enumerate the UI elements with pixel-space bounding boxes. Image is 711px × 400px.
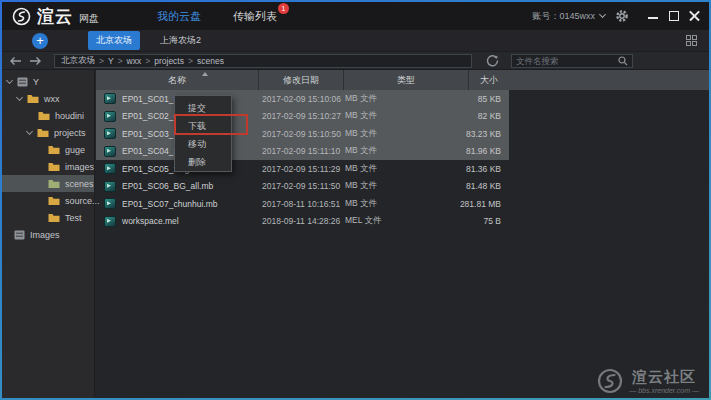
breadcrumb-separator: > [118,56,123,66]
chevron-expanded-icon[interactable] [16,93,23,100]
file-type: MB 文件 [343,145,399,157]
drive-icon [14,230,25,240]
maximize-button[interactable] [668,10,680,22]
folder-icon [38,111,50,121]
maya-file-icon [104,111,116,122]
column-header-size[interactable]: 大小 [468,70,509,90]
file-name: EP01_SC06_BG_all.mb [122,181,213,191]
column-header-type[interactable]: 类型 [343,70,468,90]
table-row[interactable]: EP01_SC04_xia.m 2017-02-09 15:11:10 MB 文… [96,143,509,161]
chevron-expanded-icon[interactable] [6,76,13,83]
navigation-bar: 北京农场 > Y > wxx > projects > scenes [2,52,709,70]
file-size: 81.96 KB [399,146,509,156]
close-button[interactable] [689,10,701,22]
file-table-body: EP01_SC01_kaola 2017-02-09 15:10:06 MB 文… [96,90,509,230]
breadcrumb-segment[interactable]: wxx [127,56,142,66]
tree-item-label: wxx [44,94,60,104]
forward-arrow-icon[interactable] [29,56,42,66]
folder-icon [48,196,60,206]
tree-item-houdini[interactable]: houdini [2,107,94,124]
file-name: workspace.mel [122,216,179,226]
folder-open-icon [48,179,60,189]
file-type: MB 文件 [343,110,399,122]
maya-file-icon [104,146,116,157]
tree-item-projects[interactable]: projects [2,124,94,141]
search-icon[interactable] [618,56,628,66]
menu-item-delete[interactable]: 删除 [175,153,231,171]
community-watermark: 渲云社区 — bbs.xrender.com — [597,368,699,394]
menu-item-submit[interactable]: 提交 [175,99,231,117]
tab-transfer-list[interactable]: 传输列表 1 [233,9,277,24]
column-header-name[interactable]: 名称 [96,70,258,90]
title-right: 账号：0145wxx [532,9,701,23]
tab-my-cloud-disk[interactable]: 我的云盘 [157,9,201,24]
maya-file-icon [104,163,116,174]
tree-item-label: Y [33,77,39,87]
menu-item-download[interactable]: 下载 [175,117,231,135]
tree-item-images[interactable]: images [2,158,94,175]
refresh-icon[interactable] [486,54,499,67]
settings-gear-icon[interactable] [615,9,629,23]
sort-ascending-icon [202,72,208,76]
file-size: 85 KB [399,94,509,104]
context-menu: 提交 下载 移动 删除 [174,95,232,172]
table-row[interactable]: EP01_SC01_kaola 2017-02-09 15:10:06 MB 文… [96,90,509,108]
table-row[interactable]: EP01_SC06_BG_all.mb 2017-02-09 15:11:50 … [96,178,509,196]
add-farm-button[interactable]: + [32,33,48,49]
tree-item-source[interactable]: source... [2,192,94,209]
file-type: MB 文件 [343,128,399,140]
watermark-subtitle: — bbs.xrender.com — [629,387,699,394]
column-header-date[interactable]: 修改日期 [258,70,343,90]
tree-item-test[interactable]: Test [2,209,94,226]
table-row[interactable]: EP01_SC07_chunhui.mb 2017-08-11 10:16:51… [96,195,509,213]
breadcrumb-segment[interactable]: 北京农场 [61,55,95,67]
breadcrumb[interactable]: 北京农场 > Y > wxx > projects > scenes [54,54,472,68]
breadcrumb-segment[interactable]: projects [154,56,184,66]
table-row[interactable]: EP01_SC03_tanke 2017-02-09 15:10:50 MB 文… [96,125,509,143]
file-type: MEL 文件 [343,215,399,227]
file-type: MB 文件 [343,163,399,175]
search-box [511,54,633,68]
tree-item-label: houdini [55,111,84,121]
mel-file-icon [104,216,116,227]
file-size: 281.81 MB [399,199,509,209]
tree-item-wxx[interactable]: wxx [2,90,94,107]
table-row[interactable]: workspace.mel 2018-09-11 14:28:26 MEL 文件… [96,213,509,231]
menu-item-move[interactable]: 移动 [175,135,231,153]
xrender-logo-icon [12,7,31,26]
breadcrumb-separator: > [145,56,150,66]
account-menu[interactable]: 账号：0145wxx [532,10,605,23]
tree-item-label: projects [54,128,86,138]
view-grid-icon[interactable] [686,35,697,46]
app-window: 渲云 网盘 我的云盘 传输列表 1 账号：0145wxx [0,0,711,400]
tree-item-scenes[interactable]: scenes [2,175,94,192]
file-date: 2017-02-09 15:10:06 [258,94,343,104]
file-size: 81.36 KB [399,164,509,174]
tree-item-guge[interactable]: guge [2,141,94,158]
tree-item-label: Test [65,213,82,223]
app-surface: 渲云 网盘 我的云盘 传输列表 1 账号：0145wxx [2,2,709,398]
folder-icon [48,162,60,172]
file-type: MB 文件 [343,180,399,192]
folder-icon [27,94,39,104]
table-row[interactable]: EP01_SC05_xingzhou.mb 2017-02-09 15:11:2… [96,160,509,178]
breadcrumb-segment[interactable]: scenes [197,56,224,66]
breadcrumb-segment[interactable]: Y [108,56,114,66]
back-arrow-icon[interactable] [9,56,22,66]
watermark-text: 渲云社区 — bbs.xrender.com — [629,368,699,394]
window-controls [647,10,701,22]
tree-item-drive-y[interactable]: Y [2,73,94,90]
file-size: 81.48 KB [399,181,509,191]
chevron-expanded-icon[interactable] [26,127,33,134]
table-row[interactable]: EP01_SC02_quan 2017-02-09 15:10:27 MB 文件… [96,108,509,126]
search-input[interactable] [516,56,618,66]
minimize-button[interactable] [647,10,659,22]
tree-item-drive-images[interactable]: Images [2,226,94,243]
brand: 渲云 网盘 [12,5,99,28]
file-date: 2017-02-09 15:10:27 [258,111,343,121]
transfer-count-badge: 1 [278,3,289,14]
title-bar: 渲云 网盘 我的云盘 传输列表 1 账号：0145wxx [2,2,709,30]
farm-tab-beijing[interactable]: 北京农场 [88,31,140,50]
file-date: 2017-02-09 15:10:50 [258,129,343,139]
farm-tab-shanghai[interactable]: 上海农场2 [152,31,209,50]
